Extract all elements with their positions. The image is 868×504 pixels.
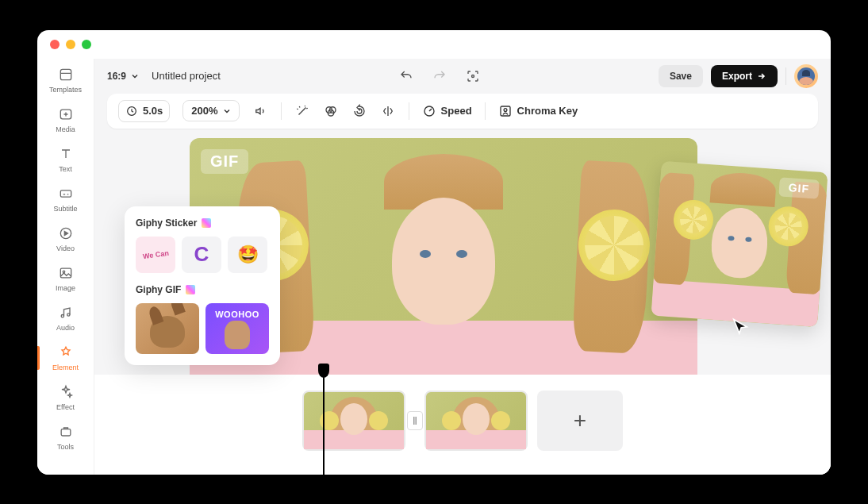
chroma-key-button[interactable]: Chroma Key (498, 104, 578, 118)
undo-icon (399, 69, 413, 83)
sidebar-item-label: Element (52, 364, 79, 371)
filter-icon (324, 104, 338, 118)
audio-icon (58, 305, 74, 321)
chroma-icon (498, 104, 513, 118)
gif-item-eevee[interactable] (136, 303, 199, 354)
media-icon (58, 106, 74, 122)
giphy-panel: Giphy Sticker We Can C 🤩 Giphy GIF (125, 206, 280, 365)
sidebar-item-label: Audio (56, 324, 75, 332)
svg-point-6 (61, 314, 63, 317)
chroma-label: Chroma Key (517, 105, 578, 117)
duration-control[interactable]: 5.0s (118, 100, 170, 122)
clip-toolbar: 5.0s 200% (107, 94, 818, 129)
clock-icon (125, 105, 138, 117)
app-window: Templates Media Text Subtitle Video Imag… (37, 30, 831, 475)
svg-point-9 (471, 75, 474, 77)
magic-icon (295, 104, 309, 118)
sidebar-item-video[interactable]: Video (37, 221, 94, 257)
sidebar-item-label: Tools (57, 443, 74, 451)
cursor-icon (729, 317, 751, 339)
filter-button[interactable] (323, 103, 339, 119)
giphy-icon (202, 218, 211, 228)
arrow-right-icon (757, 71, 766, 81)
sidebar: Templates Media Text Subtitle Video Imag… (37, 59, 94, 475)
user-avatar[interactable] (794, 64, 818, 88)
aspect-ratio-selector[interactable]: 16:9 (107, 71, 139, 82)
volume-icon (253, 104, 267, 118)
undo-button[interactable] (396, 66, 417, 87)
titlebar (37, 30, 831, 59)
svg-rect-4 (60, 268, 71, 278)
timeline-clip-2[interactable] (424, 391, 528, 451)
templates-icon (58, 67, 74, 83)
sidebar-item-label: Video (56, 244, 75, 252)
panel-gif-title: Giphy GIF (136, 284, 269, 295)
tools-icon (58, 424, 74, 440)
volume-button[interactable] (252, 103, 268, 119)
speed-button[interactable]: Speed (422, 104, 472, 118)
sidebar-item-element[interactable]: Element (37, 340, 94, 376)
sidebar-item-templates[interactable]: Templates (37, 62, 94, 98)
export-label: Export (722, 71, 752, 82)
speed-label: Speed (441, 105, 472, 117)
gif-badge: GIF (201, 149, 248, 174)
rotate-button[interactable] (351, 103, 367, 119)
sidebar-item-label: Text (59, 165, 72, 173)
sidebar-item-audio[interactable]: Audio (37, 300, 94, 337)
chevron-down-icon (131, 72, 139, 80)
window-minimize-button[interactable] (66, 40, 75, 49)
gif-label: WOOHOO (215, 310, 259, 319)
project-name[interactable]: Untitled project (152, 70, 221, 82)
svg-rect-0 (60, 69, 71, 79)
playhead[interactable] (323, 367, 325, 475)
topbar: 16:9 Untitled project Save (94, 59, 831, 94)
magic-button[interactable] (294, 103, 310, 119)
add-clip-button[interactable]: + (537, 391, 623, 451)
focus-icon (466, 69, 480, 83)
sidebar-item-effect[interactable]: Effect (37, 379, 94, 416)
redo-icon (432, 69, 447, 83)
sidebar-item-subtitle[interactable]: Subtitle (37, 181, 94, 217)
sidebar-item-label: Effect (56, 403, 75, 411)
sidebar-item-image[interactable]: Image (37, 260, 94, 297)
redo-button[interactable] (429, 66, 450, 87)
svg-rect-2 (60, 190, 71, 196)
sidebar-item-label: Subtitle (53, 205, 77, 213)
duration-value: 5.0s (143, 105, 163, 117)
aspect-ratio-value: 16:9 (107, 71, 126, 82)
sidebar-item-label: Templates (49, 86, 82, 94)
subtitle-icon (58, 186, 74, 202)
timeline-clip-1[interactable] (302, 391, 405, 451)
add-label: + (574, 408, 586, 433)
timeline: + (94, 375, 831, 475)
text-icon (58, 146, 74, 162)
svg-rect-18 (416, 417, 417, 425)
element-icon (58, 344, 74, 360)
flip-icon (381, 104, 395, 118)
panel-sticker-title: Giphy Sticker (136, 217, 269, 229)
sidebar-item-tools[interactable]: Tools (37, 419, 94, 456)
sticker-item-letter-c[interactable]: C (182, 237, 221, 273)
rotate-icon (352, 104, 367, 118)
window-close-button[interactable] (50, 40, 60, 49)
svg-point-16 (504, 108, 507, 111)
speed-icon (422, 104, 436, 118)
zoom-value: 200% (191, 105, 217, 117)
sidebar-item-text[interactable]: Text (37, 141, 94, 178)
focus-button[interactable] (463, 66, 483, 87)
svg-rect-17 (413, 417, 415, 425)
window-maximize-button[interactable] (82, 40, 91, 49)
export-button[interactable]: Export (711, 65, 778, 87)
flip-button[interactable] (380, 103, 396, 119)
save-button[interactable]: Save (659, 65, 703, 87)
zoom-selector[interactable]: 200% (182, 100, 239, 121)
floating-thumbnail[interactable]: GIF (651, 160, 828, 326)
gif-badge: GIF (778, 177, 820, 198)
transition-button[interactable] (407, 411, 423, 430)
sticker-item-star-eyes[interactable]: 🤩 (228, 237, 267, 273)
effect-icon (58, 384, 74, 400)
sticker-item-wecan[interactable]: We Can (136, 237, 175, 273)
gif-item-woohoo[interactable]: WOOHOO (205, 303, 269, 354)
sidebar-item-media[interactable]: Media (37, 102, 94, 138)
sidebar-item-label: Image (56, 284, 75, 292)
